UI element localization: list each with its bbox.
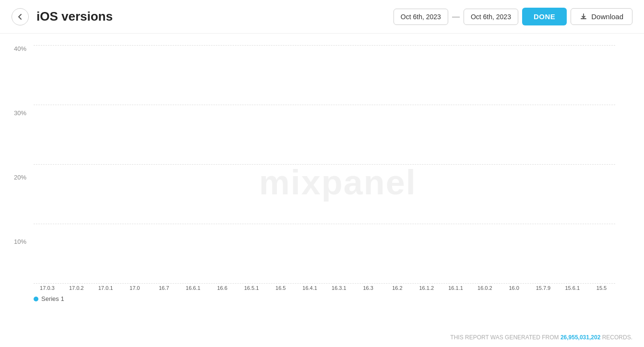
x-label-16.6.1: 16.6.1: [179, 285, 207, 291]
page-header: iOS versions Oct 6th, 2023 — Oct 6th, 20…: [0, 0, 644, 34]
x-label-15.7.9: 15.7.9: [530, 285, 557, 291]
bars-container: [34, 45, 615, 283]
x-label-16.3.1: 16.3.1: [325, 285, 353, 291]
chart-inner: 17.0.317.0.217.0.117.016.716.6.116.616.5…: [34, 45, 615, 302]
x-label-16.0.2: 16.0.2: [471, 285, 499, 291]
x-label-17.0.3: 17.0.3: [34, 285, 61, 291]
date-separator: —: [452, 12, 460, 21]
x-label-16.2: 16.2: [384, 285, 411, 291]
download-icon: [580, 13, 587, 21]
page-title: iOS versions: [36, 9, 386, 24]
x-labels: 17.0.317.0.217.0.117.016.716.6.116.616.5…: [34, 285, 615, 302]
x-label-17.0: 17.0: [121, 285, 148, 291]
x-label-16.5.1: 16.5.1: [238, 285, 265, 291]
x-label-16.3: 16.3: [355, 285, 382, 291]
x-label-17.0.2: 17.0.2: [63, 285, 90, 291]
x-label-15.5: 15.5: [588, 285, 615, 291]
date-range-picker: Oct 6th, 2023 — Oct 6th, 2023 DONE Downl…: [394, 8, 632, 25]
x-label-16.5: 16.5: [267, 285, 294, 291]
x-label-16.6: 16.6: [209, 285, 236, 291]
y-label-20: 20%: [14, 174, 26, 181]
grid-line-0: [34, 283, 615, 284]
legend-label: Series 1: [41, 295, 64, 302]
download-button[interactable]: Download: [571, 8, 632, 25]
chart-container: mixpanel 40% 30% 20% 10% 17.0.317.0.217.…: [0, 34, 644, 331]
x-label-17.0.1: 17.0.1: [92, 285, 119, 291]
footer-records: 26,955,031,202: [561, 334, 600, 341]
date-start-input[interactable]: Oct 6th, 2023: [394, 9, 448, 25]
download-label: Download: [591, 12, 623, 21]
x-label-16.0: 16.0: [501, 285, 528, 291]
chart-legend: Series 1: [34, 295, 64, 302]
footer-text: THIS REPORT WAS GENERATED FROM: [450, 334, 559, 341]
x-label-16.1.2: 16.1.2: [413, 285, 440, 291]
x-label-16.7: 16.7: [150, 285, 178, 291]
x-label-16.4.1: 16.4.1: [296, 285, 323, 291]
back-button[interactable]: [12, 8, 29, 25]
y-label-30: 30%: [14, 109, 26, 117]
legend-dot: [34, 297, 38, 301]
y-axis: 40% 30% 20% 10%: [0, 45, 31, 302]
footer-suffix: RECORDS.: [602, 334, 632, 341]
x-label-16.1.1: 16.1.1: [442, 285, 469, 291]
done-button[interactable]: DONE: [522, 8, 567, 25]
y-label-40: 40%: [14, 45, 26, 52]
y-label-10: 10%: [14, 238, 26, 245]
footer-note: THIS REPORT WAS GENERATED FROM 26,955,03…: [0, 331, 644, 346]
date-end-input[interactable]: Oct 6th, 2023: [464, 9, 518, 25]
x-label-15.6.1: 15.6.1: [559, 285, 586, 291]
